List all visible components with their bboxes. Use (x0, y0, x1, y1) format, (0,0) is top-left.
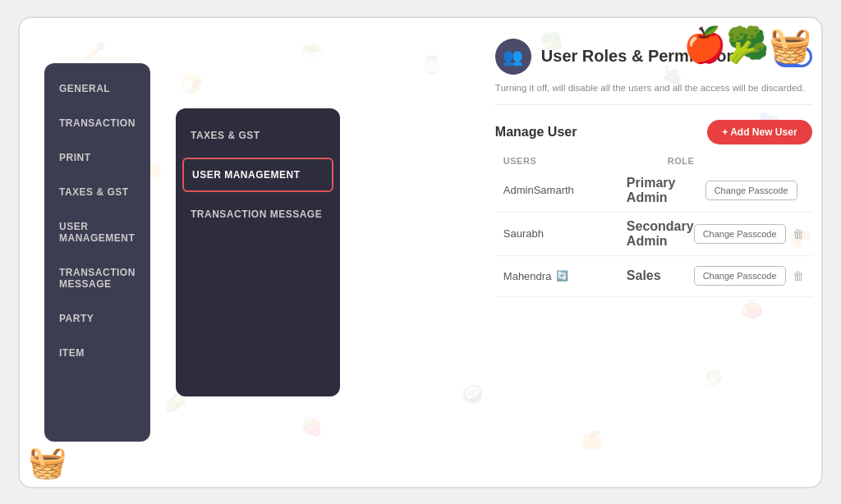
change-passcode-button-0[interactable]: Change Passcode (705, 181, 797, 200)
sub-sidebar-item-transaction-message[interactable]: TRANSACTION MESSAGE (176, 195, 340, 233)
delete-icon-mahendra[interactable]: 🗑 (793, 269, 804, 282)
user-name-saurabh: Saurabh (503, 227, 618, 240)
sub-sidebar-item-taxes-gst[interactable]: TAXES & GST (176, 117, 340, 154)
main-content: GENERAL TRANSACTION PRINT TAXES & GST US… (20, 18, 821, 487)
user-name-mahendra: Mahendra 🔄 (503, 270, 618, 282)
column-header-users: USERS (503, 156, 618, 166)
user-role-secondary-admin: Secondary Admin (627, 219, 694, 249)
table-row: Saurabh Secondary Admin Change Passcode … (495, 213, 812, 256)
user-name-adminsmarth: AdminSamarth (503, 184, 618, 196)
sidebar-item-user-management[interactable]: USER MANAGEMENT (44, 209, 150, 255)
manage-user-header: Manage User + Add New User (495, 120, 812, 144)
sidebar-item-general[interactable]: GENERAL (44, 71, 150, 106)
sync-icon-mahendra: 🔄 (556, 270, 568, 282)
sidebar-item-transaction[interactable]: TRANSACTION (44, 106, 150, 140)
decoration-bottom-left: 🧺 (28, 444, 67, 480)
add-new-user-button[interactable]: + Add New User (707, 120, 811, 144)
manage-user-title: Manage User (495, 125, 577, 140)
primary-sidebar: GENERAL TRANSACTION PRINT TAXES & GST US… (44, 63, 150, 442)
sidebar-item-print[interactable]: PRINT (44, 140, 150, 175)
sidebar-item-taxes-gst[interactable]: TAXES & GST (44, 175, 150, 209)
change-passcode-button-2[interactable]: Change Passcode (694, 266, 786, 286)
sub-sidebar: TAXES & GST USER MANAGEMENT TRANSACTION … (176, 108, 340, 396)
column-header-role: ROLE (668, 156, 804, 166)
delete-icon-saurabh[interactable]: 🗑 (793, 227, 804, 241)
table-headers: USERS ROLE (495, 156, 812, 166)
table-row: AdminSamarth Primary Admin Change Passco… (495, 169, 812, 213)
sidebar-item-transaction-message[interactable]: TRANSACTION MESSAGE (44, 255, 150, 301)
sidebar-item-party[interactable]: PARTY (44, 301, 150, 336)
table-row: Mahendra 🔄 Sales Change Passcode 🗑 (495, 256, 812, 297)
change-passcode-button-1[interactable]: Change Passcode (694, 224, 786, 244)
subtitle-text: Turning it off, will disable all the use… (495, 83, 812, 105)
user-role-sales: Sales (627, 268, 694, 283)
sub-sidebar-item-user-management[interactable]: USER MANAGEMENT (182, 158, 333, 192)
decoration-top-right: 🍎🥦🧺 (683, 25, 811, 65)
header-icon: 👥 (495, 39, 531, 75)
sidebar-item-item[interactable]: ITEM (44, 336, 150, 370)
user-role-primary-admin: Primary Admin (627, 176, 705, 205)
